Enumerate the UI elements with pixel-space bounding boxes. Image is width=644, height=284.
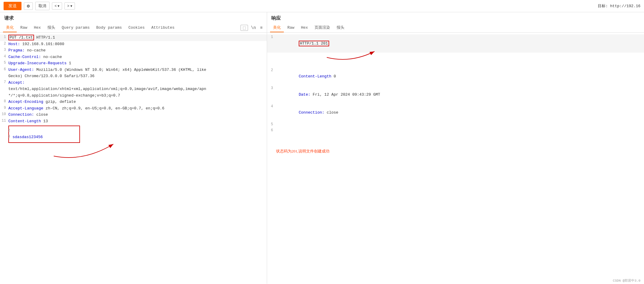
tab-hex[interactable]: Hex <box>31 24 44 32</box>
resp-line-num-2: 2 <box>267 68 275 72</box>
response-tabs: 美化 Raw Hex 页面渲染 报头 <box>267 23 644 33</box>
line-content-5: Upgrade-Insecure-Requests 1 <box>8 60 267 66</box>
request-line-7c: */*;q=0.8,application/signed-exchange;v=… <box>0 92 267 99</box>
request-body-line-2: 2 <box>4 128 76 134</box>
request-line-6b: Gecko) Chrome/123.0.0.0 Safari/537.36 <box>0 73 267 80</box>
line-num-6: 6 <box>0 67 8 71</box>
line-num-4: 4 <box>0 54 8 59</box>
response-annotation: 状态码为201,说明文件创建成功 <box>267 143 644 160</box>
tab-attributes[interactable]: Attributes <box>148 24 178 32</box>
resp-line-content-3: Date: Fri, 12 Apr 2024 09:43:29 GMT <box>275 86 644 103</box>
tab-headers[interactable]: 报头 <box>44 23 58 32</box>
line-num-11: 11 <box>0 118 8 123</box>
resp-line-content-2: Content-Length 0 <box>275 68 644 85</box>
request-panel: 请求 美化 Raw Hex 报头 Query params Body param… <box>0 12 267 284</box>
response-line-2: 2 Content-Length 0 <box>267 68 644 86</box>
line-content-7b: text/html,application/xhtml+xml,applicat… <box>8 86 267 92</box>
body-line-num-3: 3 <box>4 134 13 139</box>
resp-line-content-1: HTTP/1.1 201 <box>275 35 644 52</box>
line-num-8: 8 <box>0 99 8 103</box>
resp-line-num-5: 5 <box>267 122 275 126</box>
request-line-2: 2 Host: 192.168.9.101:8080 <box>0 41 267 48</box>
response-code-area[interactable]: 1 HTTP/1.1 201 2 <box>267 33 644 284</box>
request-line-3: 3 Pragma: no-cache <box>0 47 267 54</box>
target-url: 目标: http://192.16 <box>598 3 640 9</box>
request-line-5: 5 Upgrade-Insecure-Requests 1 <box>0 60 267 67</box>
request-line-6: 6 User-Agent: Mozilla/5.0 (Windows NT 10… <box>0 67 267 73</box>
line-content-8: Accept-Encoding gzip, deflate <box>8 99 267 105</box>
line-num-2: 2 <box>0 41 8 46</box>
request-tabs: 美化 Raw Hex 报头 Query params Body params C… <box>0 23 267 33</box>
response-line-6: 6 <box>267 128 644 134</box>
arrow-body <box>54 138 267 163</box>
resp-tab-beautify[interactable]: 美化 <box>270 23 284 32</box>
gear-button[interactable]: ⚙ <box>24 2 33 10</box>
resp-tab-hex[interactable]: Hex <box>298 24 311 32</box>
line-content-7c: */*;q=0.8,application/signed-exchange;v=… <box>8 93 267 99</box>
response-line-1: 1 HTTP/1.1 201 <box>267 34 644 53</box>
request-title: 请求 <box>0 12 267 23</box>
resp-line-num-3: 3 <box>267 86 275 90</box>
line-num-1: 1 <box>0 35 8 39</box>
footer-label: CSDN @郑居中3.0 <box>613 278 640 283</box>
toolbar: 发送 ⚙ 取消 < ▾ > ▾ 目标: http://192.16 <box>0 0 644 12</box>
line-num-9: 9 <box>0 106 8 110</box>
line-content-1: PUT /1.txt HTTP/1.1 <box>8 35 267 41</box>
line-num-6b <box>0 73 8 74</box>
line-num-10: 10 <box>0 112 8 116</box>
line-content-7: Accept: <box>8 80 267 86</box>
cancel-button[interactable]: 取消 <box>35 2 50 10</box>
request-line-4: 4 Cache-Control: no-cache <box>0 54 267 60</box>
response-title: 响应 <box>267 12 644 23</box>
response-line-3: 3 Date: Fri, 12 Apr 2024 09:43:29 GMT <box>267 85 644 104</box>
line-content-2: Host: 192.168.9.101:8080 <box>8 41 267 47</box>
response-panel: 响应 美化 Raw Hex 页面渲染 报头 1 HTTP/1.1 201 <box>267 12 644 284</box>
response-line-4: 4 Connection: close <box>267 104 644 122</box>
resp-line-num-6: 6 <box>267 128 275 132</box>
line-content-11: Content-Length 13 <box>8 118 267 124</box>
request-line-8: 8 Accept-Encoding gzip, deflate <box>0 99 267 105</box>
resp-tab-headers[interactable]: 报头 <box>334 23 347 32</box>
main-area: 请求 美化 Raw Hex 报头 Query params Body param… <box>0 12 644 284</box>
request-line-1: 1 PUT /1.txt HTTP/1.1 <box>0 34 267 41</box>
tab-query-params[interactable]: Query params <box>59 24 93 32</box>
request-line-11: 11 Content-Length 13 <box>0 118 267 125</box>
resp-line-num-4: 4 <box>267 104 275 109</box>
request-line-9: 9 Accept-Language zh-CN, zh;q=0.9, en-US… <box>0 105 267 112</box>
request-line-7b: text/html,application/xhtml+xml,applicat… <box>0 86 267 92</box>
resp-line-num-1: 1 <box>267 35 275 39</box>
line-content-6: User-Agent: Mozilla/5.0 (Windows NT 10.0… <box>8 67 267 73</box>
nav-next-button[interactable]: > ▾ <box>64 2 75 10</box>
resp-tab-render[interactable]: 页面渲染 <box>312 23 333 32</box>
request-code-area[interactable]: 1 PUT /1.txt HTTP/1.1 2 Host: 192.168.9.… <box>0 33 267 284</box>
response-line-5: 5 <box>267 122 644 128</box>
line-content-6b: Gecko) Chrome/123.0.0.0 Safari/537.36 <box>8 73 267 79</box>
resp-line-content-4: Connection: close <box>275 104 644 122</box>
tab-raw[interactable]: Raw <box>17 24 30 32</box>
line-content-3: Pragma: no-cache <box>8 48 267 54</box>
tab-icon-menu[interactable]: ≡ <box>259 25 264 31</box>
resp-tab-raw[interactable]: Raw <box>284 24 297 32</box>
tab-icon-group: ⬚ \n ≡ <box>241 25 264 31</box>
line-content-10: Connection: close <box>8 112 267 118</box>
line-content-4: Cache-Control: no-cache <box>8 54 267 60</box>
send-button[interactable]: 发送 <box>4 2 21 10</box>
line-num-3: 3 <box>0 48 8 52</box>
tab-icon-table[interactable]: ⬚ <box>241 25 248 31</box>
request-line-10: 10 Connection: close <box>0 112 267 118</box>
line-content-9: Accept-Language zh-CN, zh;q=0.9, en-US;q… <box>8 106 267 112</box>
line-num-5: 5 <box>0 60 8 65</box>
tab-cookies[interactable]: Cookies <box>125 24 148 32</box>
line-num-7: 7 <box>0 80 8 84</box>
line-num-7b <box>0 86 8 86</box>
body-line-num-2: 2 <box>4 128 13 133</box>
tab-beautify[interactable]: 美化 <box>3 23 17 32</box>
request-line-7: 7 Accept: <box>0 80 267 86</box>
line-num-7c <box>0 93 8 93</box>
nav-prev-button[interactable]: < ▾ <box>52 2 62 10</box>
tab-icon-newline[interactable]: \n <box>250 25 257 31</box>
tab-body-params[interactable]: Body params <box>93 24 125 32</box>
